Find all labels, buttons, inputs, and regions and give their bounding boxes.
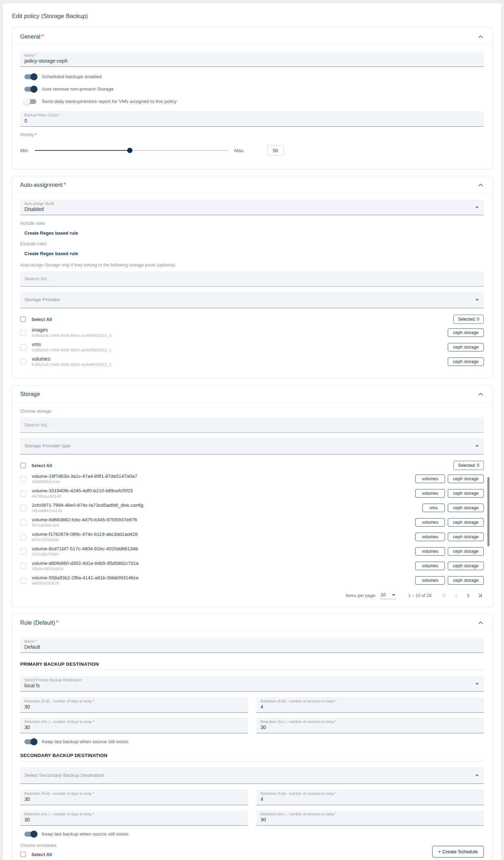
field-value: 4 [261, 704, 480, 710]
field-label: Retention (Inc.) - number of versions to… [261, 719, 480, 724]
choose-storage-label: Choose storage [20, 409, 484, 414]
storage-provider-type-select[interactable]: Storage Provider type [20, 438, 484, 454]
backup-retry-count-field[interactable]: Backup Retry Count * 0 [20, 111, 484, 127]
provider-chip: ceph storage [448, 533, 484, 541]
storage-search-input[interactable] [20, 417, 484, 433]
chevron-up-icon[interactable] [477, 391, 484, 397]
primary-retention-inc-days-field[interactable]: Retention (Inc.) - number of days to kee… [20, 718, 248, 733]
primary-retention-full-days-field[interactable]: Retention (Full) - number of days to kee… [20, 697, 248, 713]
select-all-checkbox[interactable] [20, 316, 26, 322]
secondary-keep-last-toggle-row: Keep last backup when source still exist… [20, 831, 484, 837]
rule-section-header: Rule (Default)* [12, 614, 492, 631]
field-value: 30 [261, 816, 480, 823]
slider-thumb[interactable] [127, 148, 133, 153]
secondary-retention-full-versions-field[interactable]: Retention (Full) - number of versions to… [256, 790, 484, 805]
selected-count-badge: Selected: 0 [453, 315, 484, 324]
section-title: Rule (Default) [20, 620, 55, 626]
secondary-destination-select[interactable]: Select Secondary Backup Destination [20, 767, 484, 784]
storage-section-header: Storage [12, 385, 492, 402]
select-all-label: Select All [31, 463, 52, 468]
primary-retention-inc-versions-field[interactable]: Retention (Inc.) - number of versions to… [256, 718, 484, 733]
list-item: vms fcd9d1e5-7e69-4936-89e0-ac9ef9810310… [20, 342, 484, 353]
item-checkbox[interactable] [20, 491, 26, 497]
secondary-retention-inc-days-field[interactable]: Retention (Inc.) - number of days to kee… [20, 810, 248, 826]
select-placeholder: Storage Provider type [24, 442, 480, 449]
select-all-checkbox[interactable] [20, 463, 26, 468]
auto-assign-mode-select[interactable]: Auto-assign Mode Disabled [20, 200, 484, 215]
primary-destination-select[interactable]: Select Primary Backup Destination local … [20, 676, 484, 692]
rule-name-field[interactable]: Name * Default [20, 637, 484, 653]
first-page-icon[interactable] [441, 592, 448, 599]
pool-id: fcd9d1e5-7e69-4936-89e0-ac9ef9810310_1 [32, 348, 448, 353]
caret-down-icon [475, 299, 479, 301]
provider-chip: ceph storage [448, 562, 484, 570]
list-scrollbar[interactable] [487, 477, 489, 546]
keep-last-backup-toggle[interactable] [24, 739, 36, 744]
caret-down-icon [475, 207, 479, 208]
priority-value-input[interactable] [267, 145, 284, 156]
edit-policy-panel: Edit policy (Storage Backup) General* Na… [3, 4, 501, 860]
item-checkbox[interactable] [20, 344, 26, 350]
item-checkbox[interactable] [20, 476, 26, 482]
items-per-page-select[interactable]: 10 [380, 592, 396, 599]
field-value: 30 [24, 796, 244, 803]
item-checkbox[interactable] [20, 563, 26, 569]
field-label: Name * [24, 639, 480, 644]
field-label: Retention (Full) - number of versions to… [261, 791, 480, 796]
primary-retention-full-versions-field[interactable]: Retention (Full) - number of versions to… [256, 697, 484, 713]
item-checkbox[interactable] [20, 534, 26, 540]
field-value: 30 [261, 724, 480, 731]
previous-page-icon[interactable] [453, 592, 460, 599]
volume-name: volume-331940fb-4245-4df0-b210-b69cefcf5… [32, 488, 415, 494]
pools-select-all-row: Select All Selected: 0 [20, 315, 484, 324]
item-checkbox[interactable] [20, 578, 26, 584]
daily-report-toggle[interactable] [24, 99, 36, 104]
field-label: Backup Retry Count * [24, 113, 480, 117]
provider-chip: ceph storage [448, 547, 484, 556]
chevron-up-icon[interactable] [477, 620, 484, 626]
pools-search-input[interactable] [20, 271, 484, 287]
min-label: Min. [20, 148, 29, 153]
scheduled-backups-toggle[interactable] [24, 74, 36, 79]
keep-last-backup-toggle[interactable] [24, 832, 36, 837]
chevron-up-icon[interactable] [477, 34, 484, 40]
volume-name: volume-8d683882-fcbc-4d75-b345-97f35937e… [32, 517, 415, 523]
storage-pools-label: Auto-assign Storage only if they belong … [20, 263, 484, 268]
caret-down-icon [475, 683, 479, 685]
create-exclude-regex-rule-button[interactable]: Create Regex based rule [24, 251, 78, 256]
toggle-label: Send daily backup/restore report for VMs… [42, 99, 176, 104]
field-label: Retention (Inc.) - number of versions to… [261, 812, 480, 816]
item-checkbox[interactable] [20, 520, 26, 526]
auto-remove-toggle[interactable] [24, 87, 36, 92]
item-checkbox[interactable] [20, 359, 26, 365]
item-checkbox[interactable] [20, 505, 26, 511]
type-chip: volumes [415, 489, 445, 498]
storage-provider-select[interactable]: Storage Provider [20, 292, 484, 308]
item-checkbox[interactable] [20, 549, 26, 555]
priority-slider[interactable] [35, 150, 229, 151]
provider-chip: ceph storage [448, 357, 484, 366]
auto-assignment-section: Auto-assignment* Auto-assign Mode Disabl… [11, 176, 493, 379]
volume-id: 222cd8a734b0 [32, 552, 415, 557]
auto-remove-toggle-row: Auto remove non-present Storage [20, 86, 484, 92]
scheduled-backups-toggle-row: Scheduled backups enabled [20, 74, 484, 79]
policy-name-field[interactable]: Name * policy-storage-ceph [20, 51, 484, 67]
volume-id: 30b9c49650ab14 [32, 566, 415, 572]
storage-list: Select All Selected: 0 volume-19f7d63d-3… [20, 461, 484, 586]
secondary-retention-inc-versions-field[interactable]: Retention (Inc.) - number of versions to… [256, 810, 484, 826]
select-all-label: Select All [31, 317, 52, 322]
secondary-retention-full-days-field[interactable]: Retention (Full) - number of days to kee… [20, 790, 248, 805]
required-asterisk: * [41, 34, 44, 40]
select-all-checkbox[interactable] [20, 852, 26, 857]
next-page-icon[interactable] [465, 592, 472, 599]
include-rules-label: Include rules [20, 221, 484, 226]
auto-assignment-section-body: Auto-assign Mode Disabled Include rules … [12, 193, 492, 378]
item-checkbox[interactable] [20, 330, 26, 336]
create-include-regex-rule-button[interactable]: Create Regex based rule [24, 230, 78, 236]
volume-name: 2cfc0971-7994-46e0-874c-fa73cd5adfd6_dis… [32, 502, 422, 508]
section-title: Auto-assignment [20, 182, 63, 188]
pool-name: images [32, 327, 448, 333]
chevron-up-icon[interactable] [477, 182, 484, 188]
last-page-icon[interactable] [477, 592, 484, 599]
create-schedule-button[interactable]: + Create Schedule [432, 846, 484, 858]
